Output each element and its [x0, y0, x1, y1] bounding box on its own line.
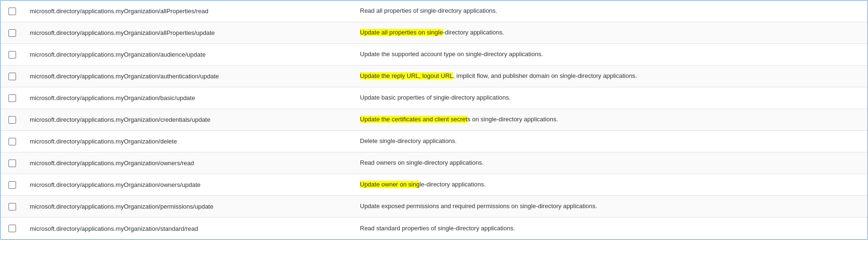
highlighted-text: Update owner on sing — [360, 181, 419, 188]
table-row: microsoft.directory/applications.myOrgan… — [0, 131, 868, 152]
permission-description: Update the reply URL, logout URL, implic… — [354, 67, 868, 85]
checkbox-cell — [0, 47, 24, 62]
permission-description: Update the certificates and client secre… — [354, 110, 868, 128]
highlighted-text: Update the reply URL, logout URL — [360, 72, 453, 79]
table-row: microsoft.directory/applications.myOrgan… — [0, 174, 868, 196]
permission-name: microsoft.directory/applications.myOrgan… — [24, 198, 354, 215]
permission-name: microsoft.directory/applications.myOrgan… — [24, 68, 354, 84]
checkbox-cell — [0, 4, 24, 19]
table-row: microsoft.directory/applications.myOrgan… — [0, 87, 868, 109]
permissions-table: microsoft.directory/applications.myOrgan… — [0, 0, 868, 240]
permission-description: Read owners on single-directory applicat… — [354, 154, 868, 172]
permission-name: microsoft.directory/applications.myOrgan… — [24, 25, 354, 41]
row-checkbox[interactable] — [8, 138, 16, 145]
permission-name: microsoft.directory/applications.myOrgan… — [24, 111, 354, 128]
table-row: microsoft.directory/applications.myOrgan… — [0, 218, 868, 239]
permission-description: Update exposed permissions and required … — [354, 197, 868, 215]
permission-description: Read all properties of single-directory … — [354, 2, 868, 20]
row-checkbox[interactable] — [8, 73, 16, 80]
permission-description: Update owner on single-directory applica… — [354, 176, 868, 194]
row-checkbox[interactable] — [8, 225, 16, 232]
checkbox-cell — [0, 221, 24, 236]
checkbox-cell — [0, 91, 24, 106]
checkbox-cell — [0, 134, 24, 149]
row-checkbox[interactable] — [8, 160, 16, 167]
checkbox-cell — [0, 156, 24, 171]
table-row: microsoft.directory/applications.myOrgan… — [0, 66, 868, 87]
permission-name: microsoft.directory/applications.myOrgan… — [24, 90, 354, 106]
table-row: microsoft.directory/applications.myOrgan… — [0, 109, 868, 131]
permission-description: Update the supported account type on sin… — [354, 45, 868, 63]
permission-name: microsoft.directory/applications.myOrgan… — [24, 133, 354, 150]
checkbox-cell — [0, 112, 24, 127]
table-row: microsoft.directory/applications.myOrgan… — [0, 196, 868, 218]
permission-description: Update all properties on single-director… — [354, 24, 868, 42]
permission-name: microsoft.directory/applications.myOrgan… — [24, 177, 354, 193]
table-row: microsoft.directory/applications.myOrgan… — [0, 44, 868, 66]
table-row: microsoft.directory/applications.myOrgan… — [0, 0, 868, 22]
permission-description: Delete single-directory applications. — [354, 132, 868, 150]
highlighted-text: Update the certificates and client secre… — [360, 116, 467, 123]
checkbox-cell — [0, 199, 24, 214]
checkbox-cell — [0, 25, 24, 41]
permission-name: microsoft.directory/applications.myOrgan… — [24, 155, 354, 171]
table-row: microsoft.directory/applications.myOrgan… — [0, 152, 868, 174]
row-checkbox[interactable] — [8, 203, 16, 210]
permission-description: Update basic properties of single-direct… — [354, 89, 868, 107]
permission-name: microsoft.directory/applications.myOrgan… — [24, 46, 354, 63]
row-checkbox[interactable] — [8, 181, 16, 189]
permission-name: microsoft.directory/applications.myOrgan… — [24, 3, 354, 19]
checkbox-cell — [0, 69, 24, 84]
row-checkbox[interactable] — [8, 51, 16, 59]
highlighted-text: Update all properties on single — [360, 29, 443, 36]
checkbox-cell — [0, 177, 24, 193]
table-row: microsoft.directory/applications.myOrgan… — [0, 22, 868, 44]
row-checkbox[interactable] — [8, 8, 16, 15]
permission-description: Read standard properties of single-direc… — [354, 219, 868, 237]
row-checkbox[interactable] — [8, 116, 16, 124]
row-checkbox[interactable] — [8, 29, 16, 37]
row-checkbox[interactable] — [8, 94, 16, 102]
permission-name: microsoft.directory/applications.myOrgan… — [24, 220, 354, 237]
